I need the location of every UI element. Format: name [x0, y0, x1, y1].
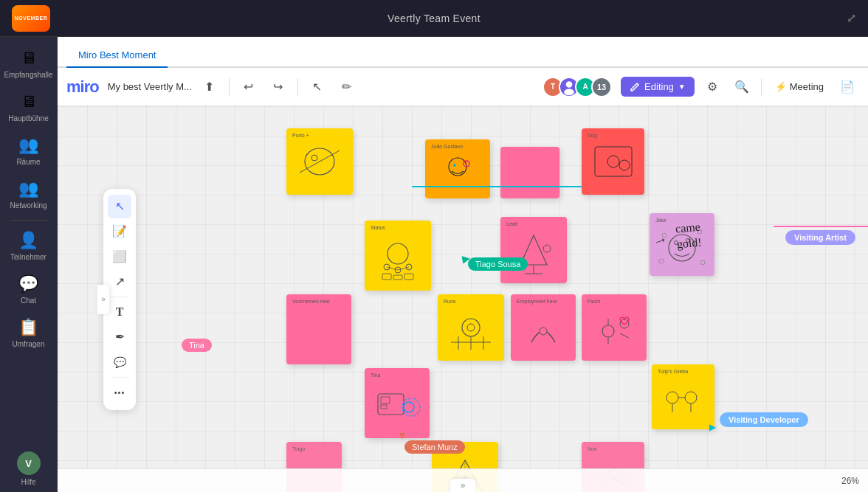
sticky-note-joao[interactable]: João Gustavo: [425, 139, 490, 198]
svg-point-0: [566, 81, 573, 88]
sidebar-item-chat[interactable]: 💬 Chat: [4, 268, 54, 311]
miro-tab[interactable]: Miro Best Moment: [66, 44, 168, 68]
sticky-note-runo[interactable]: Runo: [438, 294, 504, 361]
collapse-bottom-button[interactable]: »: [450, 479, 476, 492]
bottom-bar: » 26%: [58, 468, 868, 492]
sticky-title: Employment here: [517, 299, 570, 304]
undo-button[interactable]: ↩: [237, 75, 261, 99]
zoom-level: 26%: [841, 476, 859, 486]
collapse-panel-button[interactable]: »: [97, 285, 109, 314]
sidebar-label-chat: Chat: [21, 297, 36, 305]
sticky-drawing: [371, 232, 425, 285]
notes-button[interactable]: 📄: [836, 75, 859, 99]
user-label-tina: Tina: [182, 339, 212, 352]
export-button[interactable]: ⬆: [198, 75, 221, 99]
board-name[interactable]: My best Veertly M...: [108, 81, 192, 92]
search-button[interactable]: 🔍: [730, 75, 754, 99]
sticky-note-employment[interactable]: Employment here: [511, 294, 576, 361]
visiting-badge-developer: Visiting Developer: [720, 412, 808, 427]
sticky-drawing: [658, 375, 709, 423]
sticky-title: Leah: [506, 221, 561, 226]
sticky-content: [292, 139, 347, 190]
meeting-button[interactable]: ⚡ Meeting: [769, 78, 830, 95]
more-tools-button[interactable]: •••: [108, 381, 131, 404]
sticky-note-tulip[interactable]: Tulip's Greba: [652, 364, 714, 429]
sidebar-label-networking: Networking: [10, 201, 46, 209]
svg-line-3: [300, 150, 340, 173]
sidebar-item-hauptbuhne[interactable]: 🖥 Hauptbühne: [4, 86, 54, 128]
text-tool-button[interactable]: T: [108, 300, 131, 324]
avatar-count: 13: [591, 77, 612, 97]
sticky-title: Voornemen new: [292, 299, 345, 304]
sticky-content: [517, 305, 570, 356]
comment-tool-button[interactable]: 💬: [108, 350, 131, 374]
app-title: Veertly Team Event: [388, 13, 480, 24]
sidebar-item-networking[interactable]: 👥 Networking: [4, 173, 54, 215]
svg-point-49: [685, 392, 697, 403]
sidebar-item-empfangshalle[interactable]: 🖥 Empfangshalle: [4, 43, 54, 85]
sticky-note-flash[interactable]: Flash: [582, 294, 647, 361]
svg-point-38: [602, 325, 614, 337]
sidebar-label-umfragen: Umfragen: [13, 340, 45, 348]
sidebar-divider: [10, 220, 47, 221]
miro-toolbar: miro My best Veertly M... ⬆ ↩ ↪ ↖ ✏ T A …: [58, 68, 868, 106]
sticky-title: Flash: [588, 299, 641, 304]
svg-point-30: [700, 260, 705, 265]
redo-button[interactable]: ↪: [266, 75, 290, 99]
toolbar-separator-3: [761, 78, 762, 96]
sidebar-item-teilnehmer[interactable]: 👤 Teilnehmer: [4, 225, 54, 267]
sticky-title: Tiago: [292, 446, 336, 451]
select-tool-button[interactable]: ↖: [306, 75, 329, 99]
svg-point-21: [543, 245, 551, 252]
svg-point-6: [453, 164, 456, 167]
pen-tool-button[interactable]: ✏: [335, 75, 359, 99]
sidebar-item-raume[interactable]: 👥 Räume: [4, 130, 54, 172]
svg-point-41: [620, 319, 629, 328]
svg-point-31: [462, 319, 480, 336]
sticky-title: Tulip's Greba: [658, 369, 709, 374]
app-logo[interactable]: NOVEMBER: [12, 5, 50, 32]
cursor-dot-teal: ▶: [709, 422, 716, 432]
toolbar-separator-1: [229, 78, 230, 96]
shape-tool-button[interactable]: ⬜: [108, 245, 131, 268]
arrow-tool-button[interactable]: ↗: [108, 270, 131, 294]
help-label: Hilfe: [21, 478, 35, 486]
settings-button[interactable]: ⚙: [700, 75, 724, 99]
sticky-note-3[interactable]: [500, 147, 559, 198]
handwriting-text: camegold!: [675, 220, 702, 252]
sticky-note-voornemen[interactable]: Voornemen new: [286, 294, 351, 364]
sticky-content: [588, 305, 641, 357]
svg-rect-17: [382, 274, 391, 280]
sticky-note-porto[interactable]: Porto +: [286, 128, 353, 195]
user-label-stefan: Stefan Munz: [404, 440, 465, 454]
sticky-content: [506, 151, 554, 194]
sidebar-item-umfragen[interactable]: 📋 Umfragen: [4, 312, 54, 354]
sticky-tool-button[interactable]: 📝: [108, 220, 131, 243]
sticky-content: [431, 150, 484, 194]
sticky-drawing: [517, 305, 570, 353]
umfragen-icon: 📋: [18, 318, 38, 337]
avatars-cluster: T A 13: [542, 77, 612, 97]
editing-button[interactable]: Editing ▼: [621, 77, 695, 97]
pen-tool-button[interactable]: ✒: [108, 325, 131, 349]
sidebar-label-raume: Räume: [16, 158, 40, 166]
sticky-drawing: [371, 379, 424, 432]
sticky-note-status[interactable]: Status: [365, 221, 431, 291]
sticky-note-dog[interactable]: Dog: [582, 128, 644, 195]
sidebar-label-hauptbuhne: Hauptbühne: [8, 114, 49, 122]
sidebar-bottom: V Hilfe: [17, 451, 41, 486]
svg-point-5: [449, 158, 466, 176]
teilnehmer-icon: 👤: [18, 231, 38, 250]
sidebar-label-empfangshalle: Empfangshalle: [4, 71, 52, 79]
cursor-tool-button[interactable]: ↖: [108, 195, 131, 218]
content-area: Miro Best Moment miro My best Veertly M.…: [58, 37, 868, 492]
canvas-area[interactable]: » ↖ 📝 ⬜ ↗ T ✒ 💬 ••• camegold! ←: [58, 106, 868, 492]
sticky-note-leah[interactable]: Leah: [500, 217, 567, 283]
sticky-content: [658, 375, 709, 425]
fullscreen-button[interactable]: ⤢: [847, 11, 856, 25]
user-avatar[interactable]: V: [17, 451, 41, 475]
cyan-line-top: [412, 186, 582, 187]
pink-line-right: [774, 226, 868, 227]
visiting-badge-artist: Visiting Artist: [785, 230, 855, 245]
sticky-note-tina[interactable]: Tina: [365, 368, 430, 438]
